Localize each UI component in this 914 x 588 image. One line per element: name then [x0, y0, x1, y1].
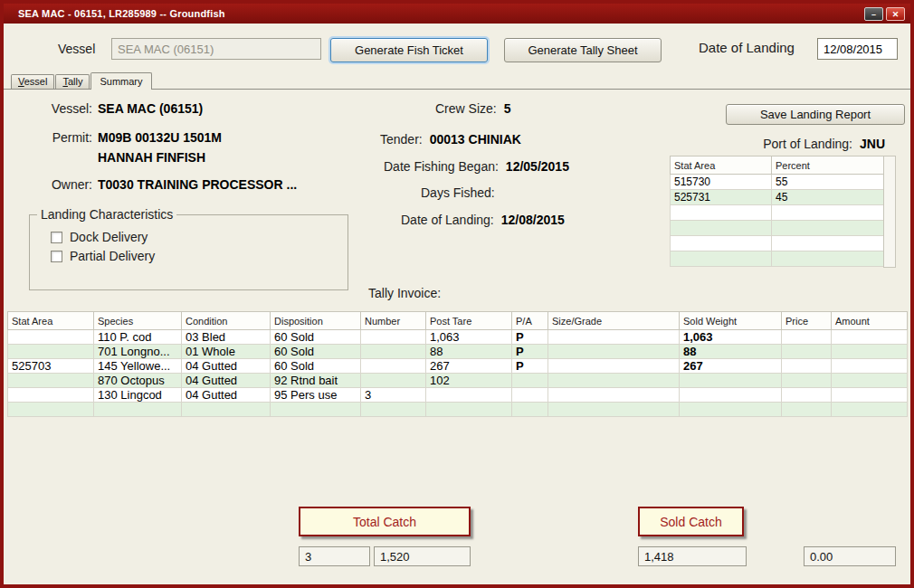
cell[interactable]: [426, 403, 512, 417]
cell[interactable]: [772, 236, 884, 251]
cell[interactable]: [782, 345, 832, 359]
cell[interactable]: [271, 403, 361, 417]
cell[interactable]: [680, 403, 782, 417]
cell[interactable]: 88: [426, 345, 512, 359]
cell[interactable]: P: [512, 330, 548, 345]
cell[interactable]: 04 Gutted: [182, 388, 271, 403]
table-row[interactable]: 52573145: [671, 190, 884, 205]
cell[interactable]: [671, 251, 772, 267]
table-row[interactable]: [671, 251, 884, 267]
cell[interactable]: [8, 388, 94, 403]
table-row[interactable]: 701 Longno...01 Whole60 Sold88P88: [8, 345, 908, 359]
cell[interactable]: 1,063: [426, 330, 512, 345]
close-icon[interactable]: ✕: [886, 7, 905, 21]
cell[interactable]: 515730: [671, 175, 772, 190]
cell[interactable]: 45: [772, 190, 884, 205]
table-row[interactable]: [671, 236, 884, 251]
cell[interactable]: P: [512, 345, 548, 359]
cell[interactable]: [832, 388, 908, 403]
cell[interactable]: [8, 345, 94, 359]
cell[interactable]: [772, 205, 884, 221]
cell[interactable]: [782, 359, 832, 374]
cell[interactable]: [671, 205, 772, 221]
table-row[interactable]: [671, 205, 884, 221]
cell[interactable]: 01 Whole: [182, 345, 271, 359]
cell[interactable]: [548, 388, 680, 403]
cell[interactable]: [832, 374, 908, 388]
cell[interactable]: [512, 403, 548, 417]
cell[interactable]: [671, 221, 772, 236]
cell[interactable]: 03 Bled: [182, 330, 271, 345]
stat-area-table-scrollbar[interactable]: [883, 156, 896, 268]
generate-fish-ticket-button[interactable]: Generate Fish Ticket: [330, 38, 488, 62]
cell[interactable]: 267: [680, 359, 782, 374]
tab-vessel[interactable]: Vessel: [11, 74, 54, 89]
cell[interactable]: 3: [361, 388, 426, 403]
cell[interactable]: [671, 236, 772, 251]
partial-delivery-checkbox[interactable]: [51, 251, 62, 262]
cell[interactable]: [548, 374, 680, 388]
titlebar[interactable]: SEA MAC - 06151, LR285989 -- Groundfish …: [4, 4, 910, 24]
cell[interactable]: 145 Yellowe...: [94, 359, 182, 374]
table-row[interactable]: [671, 221, 884, 236]
cell[interactable]: 04 Gutted: [182, 374, 271, 388]
cell[interactable]: [426, 388, 512, 403]
cell[interactable]: [832, 330, 908, 345]
cell[interactable]: [94, 403, 182, 417]
cell[interactable]: 525703: [8, 359, 94, 374]
cell[interactable]: 55: [772, 175, 884, 190]
cell[interactable]: [832, 359, 908, 374]
table-row[interactable]: 130 Lingcod04 Gutted95 Pers use3: [8, 388, 908, 403]
cell[interactable]: [361, 374, 426, 388]
cell[interactable]: [361, 403, 426, 417]
cell[interactable]: 525731: [671, 190, 772, 205]
cell[interactable]: 88: [680, 345, 782, 359]
stat-area-table[interactable]: Stat AreaPercent 5157305552573145: [670, 156, 884, 267]
cell[interactable]: 95 Pers use: [271, 388, 361, 403]
cell[interactable]: [512, 388, 548, 403]
table-row[interactable]: 110 P. cod03 Bled60 Sold1,063P1,063: [8, 330, 908, 345]
cell[interactable]: 102: [426, 374, 512, 388]
cell[interactable]: 1,063: [680, 330, 782, 345]
cell[interactable]: [182, 403, 271, 417]
cell[interactable]: [832, 345, 908, 359]
table-row[interactable]: 51573055: [671, 175, 884, 190]
cell[interactable]: [548, 345, 680, 359]
table-row[interactable]: 525703145 Yellowe...04 Gutted60 Sold267P…: [8, 359, 908, 374]
cell[interactable]: 04 Gutted: [182, 359, 271, 374]
cell[interactable]: 870 Octopus: [94, 374, 182, 388]
minimize-icon[interactable]: –: [864, 7, 883, 21]
cell[interactable]: [8, 374, 94, 388]
cell[interactable]: [548, 330, 680, 345]
tally-invoice-table[interactable]: Stat AreaSpeciesConditionDispositionNumb…: [7, 311, 908, 417]
cell[interactable]: [680, 374, 782, 388]
cell[interactable]: [782, 403, 832, 417]
table-row[interactable]: 870 Octopus04 Gutted92 Rtnd bait102: [8, 374, 908, 388]
cell[interactable]: 267: [426, 359, 512, 374]
cell[interactable]: [772, 251, 884, 267]
cell[interactable]: [782, 388, 832, 403]
cell[interactable]: [782, 374, 832, 388]
table-row[interactable]: [8, 403, 908, 417]
date-of-landing-input[interactable]: [817, 38, 898, 60]
cell[interactable]: [512, 374, 548, 388]
cell[interactable]: P: [512, 359, 548, 374]
cell[interactable]: 92 Rtnd bait: [271, 374, 361, 388]
tab-summary[interactable]: Summary: [90, 72, 151, 90]
cell[interactable]: 701 Longno...: [94, 345, 182, 359]
cell[interactable]: [782, 330, 832, 345]
cell[interactable]: [8, 330, 94, 345]
generate-tally-sheet-button[interactable]: Generate Tally Sheet: [504, 38, 662, 62]
tab-tally[interactable]: Tally: [55, 74, 90, 89]
save-landing-report-button[interactable]: Save Landing Report: [726, 104, 905, 125]
cell[interactable]: [548, 359, 680, 374]
cell[interactable]: [361, 345, 426, 359]
cell[interactable]: [680, 388, 782, 403]
cell[interactable]: 60 Sold: [271, 345, 361, 359]
cell[interactable]: [832, 403, 908, 417]
cell[interactable]: 110 P. cod: [94, 330, 182, 345]
cell[interactable]: 130 Lingcod: [94, 388, 182, 403]
dock-delivery-checkbox[interactable]: [51, 232, 62, 243]
cell[interactable]: [361, 330, 426, 345]
cell[interactable]: [548, 403, 680, 417]
